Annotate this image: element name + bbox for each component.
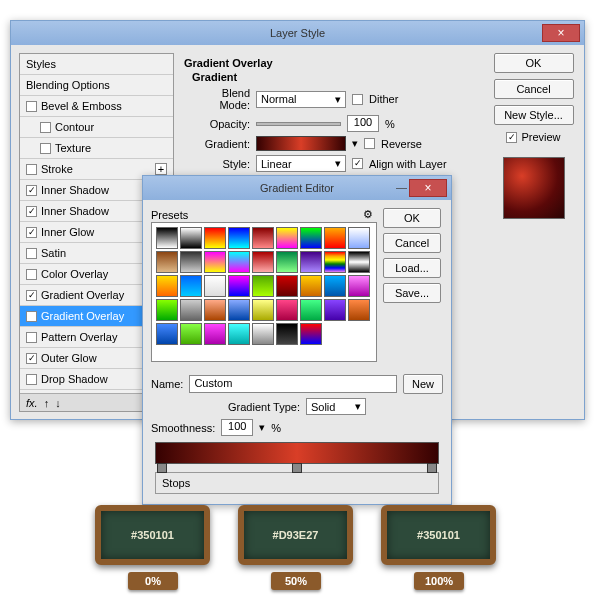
preset-swatch[interactable]: [204, 299, 226, 321]
gradient-picker[interactable]: [256, 136, 346, 151]
arrow-down-icon[interactable]: ↓: [55, 397, 61, 409]
preset-swatch[interactable]: [324, 227, 346, 249]
cancel-button[interactable]: Cancel: [383, 233, 441, 253]
close-icon[interactable]: ×: [542, 24, 580, 42]
align-checkbox[interactable]: [352, 158, 363, 169]
dither-checkbox[interactable]: [352, 94, 363, 105]
sidebar-item-texture[interactable]: Texture: [20, 138, 173, 159]
preset-swatch[interactable]: [348, 299, 370, 321]
gradient-bar[interactable]: [155, 442, 439, 464]
sidebar-item-styles[interactable]: Styles: [20, 54, 173, 75]
preset-swatch[interactable]: [276, 275, 298, 297]
new-style-button[interactable]: New Style...: [494, 105, 574, 125]
preset-swatch[interactable]: [204, 323, 226, 345]
preview-checkbox[interactable]: [506, 132, 517, 143]
preset-swatch[interactable]: [156, 227, 178, 249]
checkbox-icon[interactable]: [26, 185, 37, 196]
preset-swatch[interactable]: [180, 275, 202, 297]
preset-swatch[interactable]: [180, 251, 202, 273]
preset-swatch[interactable]: [156, 323, 178, 345]
preset-swatch[interactable]: [348, 227, 370, 249]
preset-swatch[interactable]: [228, 251, 250, 273]
reverse-checkbox[interactable]: [364, 138, 375, 149]
chevron-down-icon: ▾: [335, 157, 341, 170]
preset-swatch[interactable]: [276, 299, 298, 321]
preset-swatch[interactable]: [204, 251, 226, 273]
ok-button[interactable]: OK: [383, 208, 441, 228]
gradient-type-select[interactable]: Solid▾: [306, 398, 366, 415]
checkbox-icon[interactable]: [26, 164, 37, 175]
new-button[interactable]: New: [403, 374, 443, 394]
preset-swatch[interactable]: [180, 227, 202, 249]
gradient-editor-titlebar[interactable]: Gradient Editor — ×: [143, 176, 451, 200]
preset-swatch[interactable]: [300, 275, 322, 297]
sidebar-item-contour[interactable]: Contour: [20, 117, 173, 138]
checkbox-icon[interactable]: [40, 143, 51, 154]
preset-swatch[interactable]: [348, 251, 370, 273]
preset-swatch[interactable]: [156, 251, 178, 273]
preset-swatch[interactable]: [180, 299, 202, 321]
preset-swatch[interactable]: [156, 275, 178, 297]
color-stop[interactable]: [427, 463, 437, 473]
checkbox-icon[interactable]: [26, 101, 37, 112]
cancel-button[interactable]: Cancel: [494, 79, 574, 99]
checkbox-icon[interactable]: [26, 332, 37, 343]
arrow-up-icon[interactable]: ↑: [44, 397, 50, 409]
sidebar-item-bevel[interactable]: Bevel & Emboss: [20, 96, 173, 117]
checkbox-icon[interactable]: [26, 269, 37, 280]
checkbox-icon[interactable]: [26, 248, 37, 259]
save-button[interactable]: Save...: [383, 283, 441, 303]
close-icon[interactable]: ×: [409, 179, 447, 197]
checkbox-icon[interactable]: [26, 227, 37, 238]
preset-swatch[interactable]: [228, 275, 250, 297]
ok-button[interactable]: OK: [494, 53, 574, 73]
preset-swatch[interactable]: [252, 227, 274, 249]
checkbox-icon[interactable]: [26, 290, 37, 301]
minimize-icon[interactable]: —: [396, 181, 407, 193]
preset-swatch[interactable]: [276, 323, 298, 345]
smoothness-input[interactable]: 100: [221, 419, 253, 436]
checkbox-icon[interactable]: [26, 353, 37, 364]
preset-swatch[interactable]: [300, 227, 322, 249]
preset-swatch[interactable]: [348, 275, 370, 297]
preset-swatch[interactable]: [252, 323, 274, 345]
checkbox-icon[interactable]: [26, 206, 37, 217]
preset-swatch[interactable]: [180, 323, 202, 345]
preset-swatch[interactable]: [156, 299, 178, 321]
checkbox-icon[interactable]: [26, 374, 37, 385]
opacity-slider[interactable]: [256, 122, 341, 126]
sidebar-item-blending[interactable]: Blending Options: [20, 75, 173, 96]
preset-swatch[interactable]: [228, 299, 250, 321]
preset-swatch[interactable]: [300, 323, 322, 345]
preset-swatch[interactable]: [228, 323, 250, 345]
color-stop[interactable]: [157, 463, 167, 473]
panel-sub: Gradient: [192, 71, 481, 83]
color-board-3: #350101: [381, 505, 496, 565]
preset-swatch[interactable]: [300, 251, 322, 273]
preset-swatch[interactable]: [324, 251, 346, 273]
preset-swatch[interactable]: [300, 299, 322, 321]
load-button[interactable]: Load...: [383, 258, 441, 278]
preset-swatch[interactable]: [204, 227, 226, 249]
preset-swatch[interactable]: [228, 227, 250, 249]
preset-swatch[interactable]: [324, 299, 346, 321]
preset-swatch[interactable]: [276, 251, 298, 273]
preset-swatch[interactable]: [252, 299, 274, 321]
preset-swatch[interactable]: [204, 275, 226, 297]
color-stop[interactable]: [292, 463, 302, 473]
name-input[interactable]: Custom: [189, 375, 397, 393]
chevron-down-icon[interactable]: ▾: [259, 421, 265, 434]
checkbox-icon[interactable]: [26, 311, 37, 322]
preset-swatch[interactable]: [252, 251, 274, 273]
preset-swatch[interactable]: [324, 275, 346, 297]
preset-swatch[interactable]: [252, 275, 274, 297]
checkbox-icon[interactable]: [40, 122, 51, 133]
gear-icon[interactable]: ⚙: [363, 208, 377, 222]
style-select[interactable]: Linear▾: [256, 155, 346, 172]
layer-style-titlebar[interactable]: Layer Style ×: [11, 21, 584, 45]
blend-mode-select[interactable]: Normal▾: [256, 91, 346, 108]
preset-swatch[interactable]: [276, 227, 298, 249]
plus-icon[interactable]: +: [155, 163, 167, 175]
opacity-input[interactable]: 100: [347, 115, 379, 132]
chevron-down-icon[interactable]: ▾: [352, 137, 358, 150]
